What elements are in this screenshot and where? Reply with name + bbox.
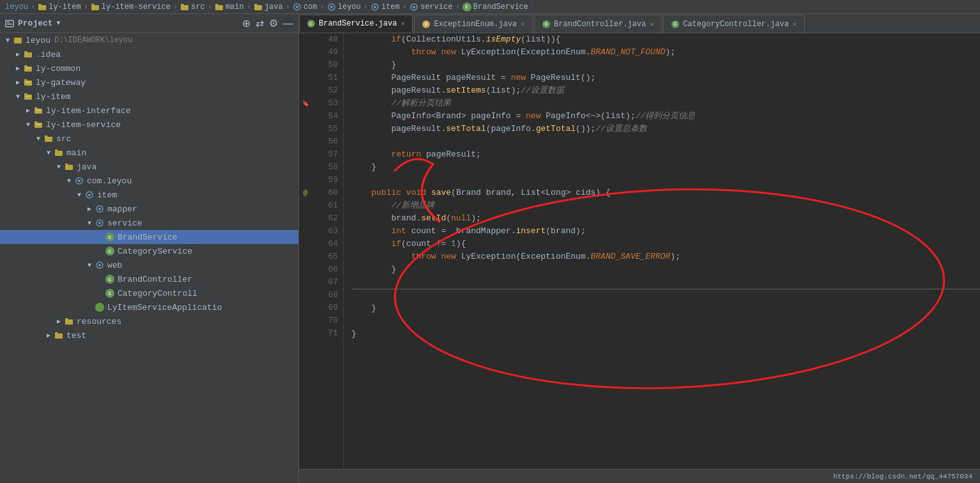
tab-category-controller[interactable]: C CategoryController.java ✕ <box>663 15 805 33</box>
tree-item-src[interactable]: ▼ src <box>0 132 298 146</box>
breadcrumb-item[interactable]: item <box>371 3 400 12</box>
folder-icon <box>54 330 64 341</box>
code-line-52: pageResult.setItems(list);//设置数据 <box>351 84 980 97</box>
breadcrumb-item[interactable]: leyou <box>5 3 28 12</box>
code-line-51: PageResult pageResult = new PageResult()… <box>351 72 980 84</box>
breadcrumb-sep: › <box>286 3 290 12</box>
settings-button[interactable]: ⚙ <box>269 17 278 29</box>
code-line-66: } <box>351 263 980 276</box>
tree-item-service[interactable]: ▼ service <box>0 216 298 230</box>
code-line-54: PageInfo<Brand> pageInfo = new PageInfo<… <box>351 110 980 123</box>
class-icon: C <box>105 288 115 298</box>
svg-rect-24 <box>26 96 31 96</box>
tree-item-test[interactable]: ▶ test <box>0 328 298 342</box>
code-line-60: public void save(Brand brand, List<Long>… <box>351 187 980 199</box>
svg-rect-3 <box>215 5 223 10</box>
breadcrumb-bar: leyou › ly-item › ly-item-service › src … <box>0 0 980 14</box>
locate-button[interactable]: ⊕ <box>242 17 250 29</box>
tree-arrow: ▶ <box>13 63 23 73</box>
module-icon <box>23 77 33 88</box>
svg-rect-42 <box>65 319 73 325</box>
package-icon <box>84 190 95 200</box>
tree-item-com-leyou[interactable]: ▼ com.leyou <box>0 174 298 188</box>
breadcrumb-item[interactable]: leyou <box>327 3 361 12</box>
project-dropdown-arrow[interactable]: ▼ <box>57 20 61 27</box>
code-editor[interactable]: 🔖 @ 48495 <box>299 33 980 469</box>
tab-close-button[interactable]: ✕ <box>793 20 797 28</box>
tab-exception-enum[interactable]: E ExceptionEnum.java ✕ <box>414 15 533 33</box>
tree-label-service: service <box>107 218 142 228</box>
tree-label-ly-item-service: ly-item-service <box>46 120 121 130</box>
tree-item-item[interactable]: ▼ item <box>0 188 298 202</box>
code-content[interactable]: if(CollectionUtils.isEmpty(list)){ throw… <box>344 33 980 469</box>
tab-label: BrandController.java <box>554 20 646 29</box>
breadcrumb-sep: › <box>208 3 212 12</box>
tab-brand-controller[interactable]: C BrandController.java ✕ <box>534 15 662 33</box>
tab-close-button[interactable]: ✕ <box>401 20 404 27</box>
tree-item-idea[interactable]: ▶ .idea <box>0 47 298 61</box>
project-label: Project <box>18 19 53 28</box>
tree-label-main: main <box>66 148 86 158</box>
tree-item-resources[interactable]: ▶ resources <box>0 314 298 328</box>
tree-item-ly-item[interactable]: ▼ ly-item <box>0 89 298 103</box>
tree-item-ly-common[interactable]: ▶ ly-common <box>0 61 298 75</box>
tree-label-ly-common: ly-common <box>36 64 80 73</box>
breadcrumb-item[interactable]: src <box>180 3 205 12</box>
breadcrumb-item[interactable]: main <box>215 3 244 12</box>
gutter-line-60: @ <box>299 187 312 199</box>
gutter-line-54 <box>299 110 312 123</box>
tree-arrow: ▼ <box>84 218 95 228</box>
code-line-70 <box>351 315 980 328</box>
tree-arrow: ▼ <box>54 162 64 172</box>
tree-label-ly-item-service-app: LyItemServiceApplicatio <box>107 303 222 312</box>
breadcrumb-item[interactable]: ly-item-service <box>91 3 171 12</box>
tree-item-category-service[interactable]: ▶ C CategoryService <box>0 244 298 258</box>
tree-item-web[interactable]: ▼ web <box>0 258 298 272</box>
tree-arrow: ▼ <box>3 35 13 45</box>
svg-rect-28 <box>36 124 41 125</box>
folder-icon <box>38 3 47 12</box>
gutter-line-49 <box>299 46 312 59</box>
breadcrumb-item[interactable]: java <box>254 3 283 12</box>
breadcrumb-item[interactable]: C BrandService <box>463 3 528 12</box>
tree-item-brand-controller[interactable]: ▶ C BrandController <box>0 272 298 286</box>
sidebar-title: Project ▼ <box>5 19 61 28</box>
tree-arrow: ▼ <box>33 134 43 144</box>
tree-item-ly-item-service-app[interactable]: ▶ 🌿 LyItemServiceApplicatio <box>0 300 298 314</box>
tree-label-test: test <box>66 331 86 341</box>
tree-item-main[interactable]: ▼ main <box>0 146 298 160</box>
tree-item-leyou[interactable]: ▼ leyou D:\IDEAWORK\leyou <box>0 33 298 47</box>
package-icon <box>371 3 379 12</box>
tree-label-leyou: leyou <box>26 36 50 45</box>
tab-brand-service[interactable]: C BrandService.java ✕ <box>299 15 413 33</box>
svg-point-37 <box>98 208 101 210</box>
tree-label-ly-item: ly-item <box>36 92 71 102</box>
svg-rect-31 <box>65 165 73 170</box>
breadcrumb-item[interactable]: com <box>293 3 318 12</box>
close-sidebar-button[interactable]: — <box>283 18 293 29</box>
collapse-all-button[interactable]: ⇄ <box>256 17 264 29</box>
svg-point-39 <box>98 222 101 224</box>
tree-item-ly-item-interface[interactable]: ▶ ly-item-interface <box>0 103 298 118</box>
code-line-55: pageResult.setTotal(pageInfo.getTotal())… <box>351 123 980 135</box>
tree-label-src: src <box>56 134 71 144</box>
tree-item-brand-service[interactable]: ▶ C BrandService <box>0 230 298 244</box>
tree-item-category-controller[interactable]: ▶ C CategoryControll <box>0 286 298 300</box>
svg-point-8 <box>330 6 333 8</box>
tree-label-ly-item-interface: ly-item-interface <box>46 106 131 116</box>
tab-close-button[interactable]: ✕ <box>650 20 654 28</box>
breadcrumb-item[interactable]: service <box>410 3 452 12</box>
tree-arrow: ▶ <box>13 49 23 59</box>
tree-item-ly-item-service[interactable]: ▼ ly-item-service <box>0 118 298 132</box>
svg-rect-4 <box>254 5 262 10</box>
tree-item-mapper[interactable]: ▶ mapper <box>0 202 298 216</box>
breadcrumb-item[interactable]: ly-item <box>38 3 80 12</box>
tree-item-java[interactable]: ▼ java <box>0 160 298 174</box>
svg-rect-18 <box>24 52 32 57</box>
sidebar-tree: ▼ leyou D:\IDEAWORK\leyou ▶ .idea ▶ <box>0 33 298 483</box>
tree-item-ly-gateway[interactable]: ▶ ly-gateway <box>0 75 298 89</box>
svg-rect-27 <box>34 123 42 128</box>
gutter-line-66 <box>299 263 312 276</box>
code-line-68 <box>351 289 980 302</box>
tab-close-button[interactable]: ✕ <box>521 20 524 28</box>
